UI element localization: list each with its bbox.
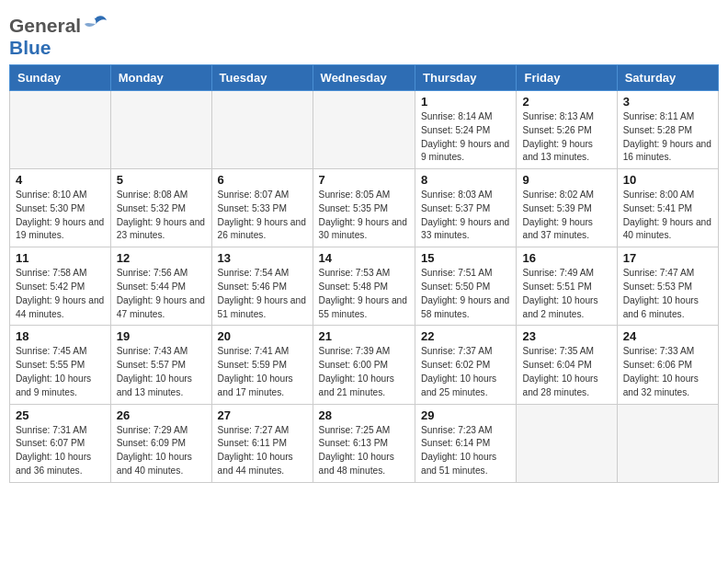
day-info: Sunrise: 8:07 AM Sunset: 5:33 PM Dayligh… — [218, 189, 307, 243]
day-info: Sunrise: 8:08 AM Sunset: 5:32 PM Dayligh… — [117, 189, 206, 243]
day-number: 27 — [218, 408, 307, 422]
calendar-cell: 10Sunrise: 8:00 AM Sunset: 5:41 PM Dayli… — [617, 169, 718, 247]
calendar-header-tuesday: Tuesday — [211, 65, 313, 91]
day-info: Sunrise: 7:49 AM Sunset: 5:51 PM Dayligh… — [522, 267, 610, 321]
calendar-cell — [211, 91, 313, 169]
calendar-header-thursday: Thursday — [415, 65, 517, 91]
day-info: Sunrise: 7:41 AM Sunset: 5:59 PM Dayligh… — [218, 345, 307, 399]
day-info: Sunrise: 7:51 AM Sunset: 5:50 PM Dayligh… — [421, 267, 510, 321]
calendar-cell: 29Sunrise: 7:23 AM Sunset: 6:14 PM Dayli… — [415, 404, 517, 482]
calendar-cell: 24Sunrise: 7:33 AM Sunset: 6:06 PM Dayli… — [617, 326, 718, 404]
calendar-cell: 1Sunrise: 8:14 AM Sunset: 5:24 PM Daylig… — [415, 91, 517, 169]
day-info: Sunrise: 7:45 AM Sunset: 5:55 PM Dayligh… — [16, 345, 105, 399]
calendar-cell: 22Sunrise: 7:37 AM Sunset: 6:02 PM Dayli… — [415, 326, 517, 404]
day-number: 21 — [319, 329, 409, 343]
day-number: 17 — [623, 251, 712, 265]
calendar-header-friday: Friday — [517, 65, 617, 91]
calendar-cell — [517, 404, 617, 482]
day-info: Sunrise: 8:10 AM Sunset: 5:30 PM Dayligh… — [16, 189, 105, 243]
day-number: 24 — [623, 329, 712, 343]
day-number: 5 — [117, 173, 206, 187]
day-number: 28 — [319, 408, 409, 422]
day-number: 9 — [522, 173, 610, 187]
day-number: 14 — [319, 251, 409, 265]
calendar-cell: 6Sunrise: 8:07 AM Sunset: 5:33 PM Daylig… — [211, 169, 313, 247]
day-info: Sunrise: 7:53 AM Sunset: 5:48 PM Dayligh… — [319, 267, 409, 321]
day-info: Sunrise: 7:25 AM Sunset: 6:13 PM Dayligh… — [319, 424, 409, 478]
calendar-cell: 18Sunrise: 7:45 AM Sunset: 5:55 PM Dayli… — [10, 326, 111, 404]
day-info: Sunrise: 7:35 AM Sunset: 6:04 PM Dayligh… — [522, 345, 610, 399]
day-number: 23 — [522, 329, 610, 343]
calendar-cell: 20Sunrise: 7:41 AM Sunset: 5:59 PM Dayli… — [211, 326, 313, 404]
calendar-header-wednesday: Wednesday — [313, 65, 415, 91]
calendar-cell: 12Sunrise: 7:56 AM Sunset: 5:44 PM Dayli… — [110, 247, 211, 326]
day-info: Sunrise: 8:14 AM Sunset: 5:24 PM Dayligh… — [421, 110, 510, 165]
calendar-cell: 11Sunrise: 7:58 AM Sunset: 5:42 PM Dayli… — [10, 247, 111, 326]
day-number: 13 — [218, 251, 307, 265]
calendar-cell: 14Sunrise: 7:53 AM Sunset: 5:48 PM Dayli… — [313, 247, 415, 326]
day-number: 16 — [522, 251, 610, 265]
calendar-cell: 23Sunrise: 7:35 AM Sunset: 6:04 PM Dayli… — [517, 326, 617, 404]
day-info: Sunrise: 8:05 AM Sunset: 5:35 PM Dayligh… — [319, 189, 409, 243]
day-info: Sunrise: 7:37 AM Sunset: 6:02 PM Dayligh… — [421, 345, 510, 399]
calendar-cell: 19Sunrise: 7:43 AM Sunset: 5:57 PM Dayli… — [110, 326, 211, 404]
calendar-header-monday: Monday — [110, 65, 211, 91]
calendar-cell: 5Sunrise: 8:08 AM Sunset: 5:32 PM Daylig… — [110, 169, 211, 247]
calendar-cell: 3Sunrise: 8:11 AM Sunset: 5:28 PM Daylig… — [617, 91, 718, 169]
day-info: Sunrise: 7:29 AM Sunset: 6:09 PM Dayligh… — [117, 424, 206, 478]
calendar-header-saturday: Saturday — [617, 65, 718, 91]
logo-bird-icon — [83, 15, 108, 35]
calendar-header-sunday: Sunday — [10, 65, 111, 91]
day-info: Sunrise: 8:00 AM Sunset: 5:41 PM Dayligh… — [623, 189, 712, 243]
day-number: 19 — [117, 329, 206, 343]
day-info: Sunrise: 8:02 AM Sunset: 5:39 PM Dayligh… — [522, 189, 610, 243]
day-number: 6 — [218, 173, 307, 187]
calendar-cell: 15Sunrise: 7:51 AM Sunset: 5:50 PM Dayli… — [415, 247, 517, 326]
calendar-cell: 27Sunrise: 7:27 AM Sunset: 6:11 PM Dayli… — [211, 404, 313, 482]
calendar-cell: 21Sunrise: 7:39 AM Sunset: 6:00 PM Dayli… — [313, 326, 415, 404]
day-number: 26 — [117, 408, 206, 422]
day-info: Sunrise: 7:39 AM Sunset: 6:00 PM Dayligh… — [319, 345, 409, 399]
day-info: Sunrise: 8:13 AM Sunset: 5:26 PM Dayligh… — [522, 110, 610, 165]
logo: General Blue — [9, 9, 108, 59]
day-info: Sunrise: 7:27 AM Sunset: 6:11 PM Dayligh… — [218, 424, 307, 478]
day-info: Sunrise: 8:03 AM Sunset: 5:37 PM Dayligh… — [421, 189, 510, 243]
calendar-cell — [110, 91, 211, 169]
calendar-cell — [313, 91, 415, 169]
day-info: Sunrise: 7:23 AM Sunset: 6:14 PM Dayligh… — [421, 424, 510, 478]
day-number: 3 — [623, 95, 712, 109]
day-info: Sunrise: 7:54 AM Sunset: 5:46 PM Dayligh… — [218, 267, 307, 321]
calendar-table: SundayMondayTuesdayWednesdayThursdayFrid… — [9, 64, 719, 483]
calendar-cell — [10, 91, 111, 169]
calendar-cell — [617, 404, 718, 482]
calendar-cell: 7Sunrise: 8:05 AM Sunset: 5:35 PM Daylig… — [313, 169, 415, 247]
day-number: 10 — [623, 173, 712, 187]
day-number: 29 — [421, 408, 510, 422]
day-number: 8 — [421, 173, 510, 187]
day-number: 20 — [218, 329, 307, 343]
day-number: 18 — [16, 329, 105, 343]
day-number: 15 — [421, 251, 510, 265]
logo-general-text: General — [9, 15, 81, 37]
day-number: 22 — [421, 329, 510, 343]
day-number: 25 — [16, 408, 105, 422]
day-number: 2 — [522, 95, 610, 109]
calendar-cell: 13Sunrise: 7:54 AM Sunset: 5:46 PM Dayli… — [211, 247, 313, 326]
calendar-cell: 16Sunrise: 7:49 AM Sunset: 5:51 PM Dayli… — [517, 247, 617, 326]
calendar-cell: 4Sunrise: 8:10 AM Sunset: 5:30 PM Daylig… — [10, 169, 111, 247]
calendar-cell: 2Sunrise: 8:13 AM Sunset: 5:26 PM Daylig… — [517, 91, 617, 169]
day-info: Sunrise: 7:56 AM Sunset: 5:44 PM Dayligh… — [117, 267, 206, 321]
calendar-cell: 28Sunrise: 7:25 AM Sunset: 6:13 PM Dayli… — [313, 404, 415, 482]
day-info: Sunrise: 7:47 AM Sunset: 5:53 PM Dayligh… — [623, 267, 712, 321]
calendar-cell: 25Sunrise: 7:31 AM Sunset: 6:07 PM Dayli… — [10, 404, 111, 482]
day-info: Sunrise: 7:33 AM Sunset: 6:06 PM Dayligh… — [623, 345, 712, 399]
day-number: 1 — [421, 95, 510, 109]
day-info: Sunrise: 8:11 AM Sunset: 5:28 PM Dayligh… — [623, 110, 712, 165]
day-info: Sunrise: 7:43 AM Sunset: 5:57 PM Dayligh… — [117, 345, 206, 399]
calendar-cell: 17Sunrise: 7:47 AM Sunset: 5:53 PM Dayli… — [617, 247, 718, 326]
logo-blue-text: Blue — [9, 37, 51, 59]
calendar-cell: 8Sunrise: 8:03 AM Sunset: 5:37 PM Daylig… — [415, 169, 517, 247]
day-info: Sunrise: 7:31 AM Sunset: 6:07 PM Dayligh… — [16, 424, 105, 478]
calendar-cell: 9Sunrise: 8:02 AM Sunset: 5:39 PM Daylig… — [517, 169, 617, 247]
day-info: Sunrise: 7:58 AM Sunset: 5:42 PM Dayligh… — [16, 267, 105, 321]
